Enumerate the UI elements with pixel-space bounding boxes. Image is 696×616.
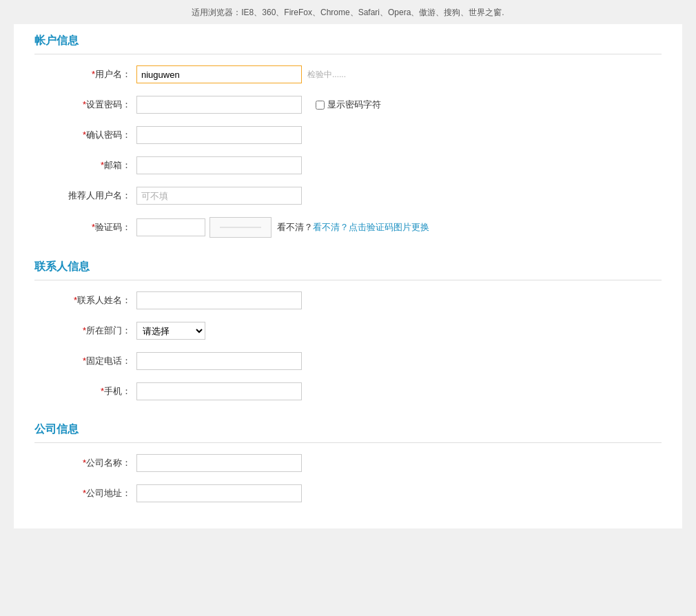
password-row: *设置密码： 显示密码字符 [34, 96, 662, 114]
captcha-input[interactable] [136, 218, 205, 236]
landline-row: *固定电话： [34, 352, 662, 370]
mobile-row: *手机： [34, 382, 662, 400]
password-input[interactable] [136, 96, 302, 114]
show-password-area: 显示密码字符 [316, 99, 381, 111]
company-address-label: *公司地址： [48, 487, 131, 500]
contact-name-row: *联系人姓名： [34, 291, 662, 309]
referrer-input[interactable] [136, 187, 302, 205]
captcha-image[interactable] [209, 217, 272, 238]
company-section-title: 公司信息 [34, 413, 662, 442]
captcha-label: *验证码： [48, 221, 131, 234]
landline-input[interactable] [136, 352, 302, 370]
department-label: *所在部门： [48, 325, 131, 337]
account-section-title: 帐户信息 [34, 24, 662, 54]
captcha-image-icon [220, 220, 261, 234]
captcha-row: *验证码： 看不清？看不清？点击验证码图片更换 [34, 217, 662, 238]
account-divider [34, 54, 662, 54]
contact-divider [34, 280, 662, 280]
confirm-password-row: *确认密码： [34, 126, 662, 144]
referrer-row: 推荐人用户名： [34, 187, 662, 205]
confirm-password-input[interactable] [136, 126, 302, 144]
department-select[interactable]: 请选择 [136, 322, 205, 340]
captcha-refresh-link[interactable]: 看不清？点击验证码图片更换 [313, 222, 429, 232]
company-name-row: *公司名称： [34, 454, 662, 472]
captcha-refresh-text: 看不清？看不清？点击验证码图片更换 [277, 221, 429, 234]
company-name-label: *公司名称： [48, 457, 131, 469]
password-label: *设置密码： [48, 99, 131, 111]
contact-section: 联系人信息 *联系人姓名： *所在部门： 请选择 [14, 250, 682, 400]
browser-notice: 适用浏览器：IE8、360、FireFox、Chrome、Safari、Oper… [0, 0, 696, 24]
company-divider [34, 442, 662, 443]
captcha-controls: 看不清？看不清？点击验证码图片更换 [136, 217, 429, 238]
company-address-input[interactable] [136, 484, 302, 502]
validating-text: 检验中...... [307, 69, 346, 81]
account-section: 帐户信息 *用户名： 检验中...... *设置密码： 显示密码字符 [14, 24, 682, 238]
email-label: *邮箱： [48, 159, 131, 172]
department-row: *所在部门： 请选择 [34, 322, 662, 340]
username-label: *用户名： [48, 68, 131, 81]
landline-label: *固定电话： [48, 355, 131, 367]
contact-section-title: 联系人信息 [34, 250, 662, 280]
show-password-checkbox[interactable] [316, 101, 325, 110]
company-address-row: *公司地址： [34, 484, 662, 502]
confirm-password-label: *确认密码： [48, 129, 131, 141]
show-password-label: 显示密码字符 [327, 99, 381, 111]
username-input[interactable] [136, 65, 302, 83]
referrer-label: 推荐人用户名： [48, 189, 131, 202]
contact-name-input[interactable] [136, 291, 302, 309]
page-wrapper: 适用浏览器：IE8、360、FireFox、Chrome、Safari、Oper… [0, 0, 696, 616]
form-container: 帐户信息 *用户名： 检验中...... *设置密码： 显示密码字符 [14, 24, 682, 528]
company-name-input[interactable] [136, 454, 302, 472]
email-row: *邮箱： [34, 156, 662, 174]
company-section: 公司信息 *公司名称： *公司地址： [14, 413, 682, 502]
email-input[interactable] [136, 156, 302, 174]
mobile-label: *手机： [48, 385, 131, 398]
contact-name-label: *联系人姓名： [48, 294, 131, 307]
username-row: *用户名： 检验中...... [34, 65, 662, 83]
mobile-input[interactable] [136, 382, 302, 400]
